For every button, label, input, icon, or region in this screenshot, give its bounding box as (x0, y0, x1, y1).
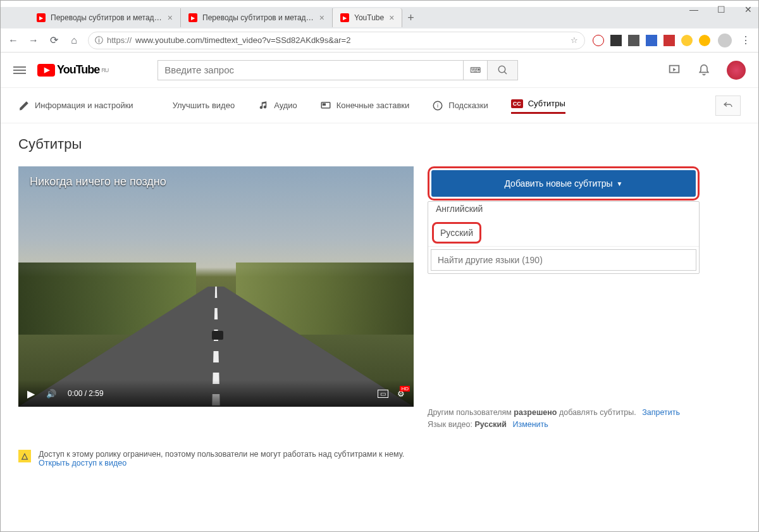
hamburger-icon[interactable] (13, 66, 26, 74)
open-access-link[interactable]: Открыть доступ к видео (39, 459, 126, 467)
youtube-favicon: ▶ (37, 13, 46, 22)
close-icon[interactable]: × (319, 13, 324, 23)
url-protocol: https:// (107, 35, 132, 45)
tab-cards[interactable]: i Подсказки (432, 100, 488, 111)
ext-icon[interactable] (663, 35, 675, 46)
header-actions (667, 61, 746, 80)
youtube-favicon: ▶ (188, 13, 197, 22)
url-text: www.youtube.com/timedtext_video?v=SSd82A… (135, 35, 350, 45)
menu-icon[interactable]: ⋮ (739, 34, 752, 46)
tab-2[interactable]: ▶ Переводы субтитров и метадан… × (181, 8, 333, 27)
player-controls: ▶ 🔊 0:00 / 2:59 ▭ ⚙ (18, 380, 414, 407)
chevron-down-icon: ▼ (617, 180, 623, 187)
video-player[interactable]: Никогда ничего не поздно ▶ 🔊 0:00 / 2:59… (18, 166, 414, 407)
play-icon[interactable]: ▶ (27, 388, 35, 400)
warning-box: △ Доступ к этому ролику ограничен, поэто… (1, 443, 758, 475)
minimize-icon[interactable]: — (689, 4, 698, 15)
svg-text:i: i (437, 102, 438, 109)
undo-button[interactable] (715, 96, 741, 116)
bell-icon[interactable] (698, 64, 710, 77)
play-icon: ▶ (37, 64, 55, 77)
upload-icon[interactable] (667, 63, 681, 77)
search-button[interactable] (488, 60, 518, 80)
cc-icon: CC (511, 99, 523, 108)
info-icon[interactable]: ⓘ (95, 35, 103, 46)
profile-avatar[interactable] (718, 34, 732, 47)
cc-icon[interactable]: ▭ (378, 390, 388, 398)
ext-icon[interactable] (699, 35, 710, 46)
tab-endscreens[interactable]: Конечные заставки (320, 100, 410, 111)
reload-icon[interactable]: ⟳ (47, 34, 60, 46)
change-link[interactable]: Изменить (512, 420, 548, 429)
back-icon[interactable]: ← (7, 35, 20, 46)
keyboard-icon[interactable]: ⌨ (464, 60, 488, 80)
language-dropdown: Английский Русский (428, 201, 700, 274)
youtube-header: ▶ YouTube RU ⌨ (1, 53, 758, 88)
volume-icon[interactable]: 🔊 (46, 389, 56, 399)
lang-option-russian[interactable]: Русский (432, 222, 481, 244)
tab-1[interactable]: ▶ Переводы субтитров и метадан… × (29, 8, 181, 27)
language-search (428, 246, 699, 273)
add-subtitles-highlight: Добавить новые субтитры ▼ (428, 166, 700, 201)
page-title: Субтитры (18, 136, 741, 152)
ext-icon[interactable] (610, 35, 622, 46)
window-controls: — ☐ ✕ (689, 4, 752, 15)
tab-enhance[interactable]: Улучшить видео (156, 100, 235, 111)
star-icon[interactable]: ☆ (571, 35, 578, 45)
tab-bar: ▶ Переводы субтитров и метадан… × ▶ Пере… (1, 7, 758, 28)
warning-text: Доступ к этому ролику ограничен, поэтому… (39, 450, 404, 459)
search-input[interactable] (157, 60, 464, 80)
ext-icon[interactable] (681, 35, 693, 46)
studio-tabs: Информация и настройки Улучшить видео Ау… (1, 88, 758, 123)
tab-3-active[interactable]: ▶ YouTube × (333, 8, 402, 27)
home-icon[interactable]: ⌂ (68, 35, 80, 46)
tab-label: Переводы субтитров и метадан… (51, 13, 163, 22)
extension-icons (593, 35, 710, 46)
ext-opera-icon[interactable] (593, 35, 604, 46)
new-tab-button[interactable]: + (407, 11, 414, 25)
search-bar: ⌨ (157, 60, 518, 80)
warning-icon: △ (18, 450, 31, 462)
language-search-input[interactable] (431, 249, 696, 271)
close-icon[interactable]: × (389, 13, 394, 23)
settings-icon[interactable]: ⚙ (397, 389, 405, 399)
tab-audio[interactable]: Аудио (257, 100, 297, 111)
content: Субтитры Никогда ничего не поздно ▶ 🔊 0:… (1, 123, 758, 443)
svg-rect-3 (323, 103, 326, 106)
tab-label: YouTube (354, 13, 384, 22)
ext-icon[interactable] (628, 35, 639, 46)
deny-link[interactable]: Запретить (642, 408, 680, 417)
time-display: 0:00 / 2:59 (68, 389, 104, 398)
forward-icon[interactable]: → (27, 35, 40, 46)
close-icon[interactable]: ✕ (744, 4, 752, 15)
logo-text: YouTube (57, 63, 99, 77)
permissions-note: Другим пользователям разрешено добавлять… (428, 274, 700, 431)
close-icon[interactable]: × (168, 13, 173, 23)
maximize-icon[interactable]: ☐ (717, 4, 725, 15)
youtube-logo[interactable]: ▶ YouTube RU (37, 63, 108, 77)
lang-option-english[interactable]: Английский (428, 202, 699, 220)
url-field[interactable]: ⓘ https:// www.youtube.com/timedtext_vid… (88, 32, 585, 49)
video-frame: Никогда ничего не поздно ▶ 🔊 0:00 / 2:59… (18, 166, 414, 407)
tab-label: Переводы субтитров и метадан… (202, 13, 314, 22)
video-title: Никогда ничего не поздно (30, 175, 166, 189)
svg-point-0 (498, 66, 505, 73)
svg-line-1 (504, 71, 507, 74)
tab-subtitles[interactable]: CC Субтитры (511, 99, 565, 114)
logo-region: RU (101, 67, 108, 73)
address-bar: ← → ⟳ ⌂ ⓘ https:// www.youtube.com/timed… (1, 28, 758, 53)
youtube-favicon: ▶ (340, 13, 349, 22)
subtitle-panel: Добавить новые субтитры ▼ Английский Рус… (428, 166, 700, 431)
user-avatar[interactable] (727, 61, 746, 80)
ext-icon[interactable] (646, 35, 657, 46)
tab-info[interactable]: Информация и настройки (18, 100, 133, 111)
browser-window: — ☐ ✕ ▶ Переводы субтитров и метадан… × … (0, 0, 759, 532)
add-subtitles-button[interactable]: Добавить новые субтитры ▼ (431, 170, 696, 197)
